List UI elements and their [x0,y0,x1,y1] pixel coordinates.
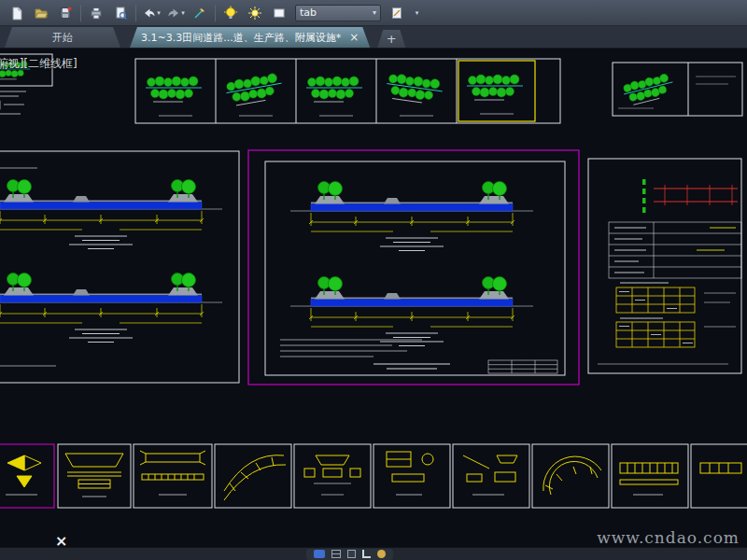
yellow-table-1 [616,287,695,313]
pen-icon [192,6,207,21]
active-tab-label: 3.1~3.3田间道路...道、生产路、附属设施* [141,31,341,45]
cad-window: ▾ ▾ ta [0,0,747,560]
layout-page-icon [389,6,404,21]
drawing-content [0,49,747,547]
plot-preview-button[interactable] [108,2,133,24]
redo-arrow-icon [166,6,180,20]
frame-b5[interactable] [294,444,371,508]
printer-icon [89,6,104,21]
selection-border [248,150,579,385]
notes-text [280,340,422,357]
ortho-toggle-icon[interactable] [362,550,371,558]
start-tab-label: 开始 [52,31,73,45]
more-dropdown-icon: ▾ [416,9,419,17]
redo-dropdown-icon[interactable]: ▾ [181,9,185,17]
lighting-button[interactable] [218,2,243,24]
save-icon [58,6,73,21]
undo-dropdown-icon[interactable]: ▾ [157,9,161,17]
frame-plan-strip[interactable] [135,59,560,123]
sheet-title-text [374,364,450,369]
watermark-text: www.cndao.com [597,528,740,547]
status-bar [0,547,747,560]
green-vertical-labels [642,179,646,213]
tab-start[interactable]: 开始 [5,27,120,48]
undo-button[interactable]: ▾ [139,2,163,24]
model-space-icon[interactable] [314,550,325,558]
close-tab-icon[interactable]: × [349,31,359,44]
grid-toggle-icon[interactable] [331,550,341,558]
frame-b6[interactable] [374,444,450,508]
redo-button[interactable]: ▾ [163,2,188,24]
new-tab-button[interactable]: + [377,30,405,48]
frame-b8[interactable] [532,444,609,508]
toolbar-more-button[interactable]: ▾ [409,2,424,24]
plot-preview-icon [113,6,128,21]
quick-access-toolbar: ▾ ▾ ta [0,0,747,26]
frame-mid-left[interactable] [0,151,239,383]
sun-icon [247,6,262,21]
frame-b3[interactable] [134,444,212,508]
crosshair-cursor: × [55,532,67,547]
plot-button[interactable] [84,2,108,24]
layout-page-button[interactable] [385,2,409,24]
detail-symbol [7,455,41,487]
toolbar-separator [215,5,216,21]
color-swatch-button[interactable] [267,2,291,24]
frame-b7[interactable] [453,444,529,508]
tab-active-drawing[interactable]: 3.1~3.3田间道路...道、生产路、附属设施* × [130,27,370,48]
frame-mid-right[interactable] [588,159,741,373]
new-file-button[interactable] [5,2,29,24]
sun-button[interactable] [243,2,267,24]
workspace-combo[interactable]: tab ▾ [295,5,381,21]
workspace-combo-value: tab [300,7,317,19]
combo-dropdown-icon[interactable]: ▾ [373,8,376,17]
frame-top-right[interactable] [613,63,742,116]
profile-red-lines [654,189,738,202]
color-swatch-icon [272,6,287,21]
frame-b1-selected[interactable] [0,444,54,508]
snap-toggle-icon[interactable] [347,550,356,558]
toolbar-separator [135,5,136,21]
frame-b4[interactable] [215,444,291,508]
frame-b9[interactable] [612,444,688,508]
model-space-canvas[interactable]: [俯视][二维线框] www.cndao.com × [0,49,747,547]
frame-b2[interactable] [58,444,131,508]
file-tab-bar: 开始 3.1~3.3田间道路...道、生产路、附属设施* × + [0,26,747,49]
lightbulb-icon [223,6,238,21]
title-block-table [488,360,557,373]
toolbar-separator [80,5,81,21]
save-button[interactable] [53,2,78,24]
undo-arrow-icon [142,6,156,20]
status-toggle-cluster [306,549,393,560]
open-file-button[interactable] [29,2,53,24]
viewport-controls[interactable]: [俯视][二维线框] [0,56,78,72]
open-folder-icon [34,6,49,21]
new-file-icon [9,6,24,21]
draw-pen-button[interactable] [188,2,212,24]
frame-mid-center-selected[interactable] [248,150,579,385]
frame-b10-partial[interactable] [691,444,747,508]
annotation-icon[interactable] [377,550,386,558]
